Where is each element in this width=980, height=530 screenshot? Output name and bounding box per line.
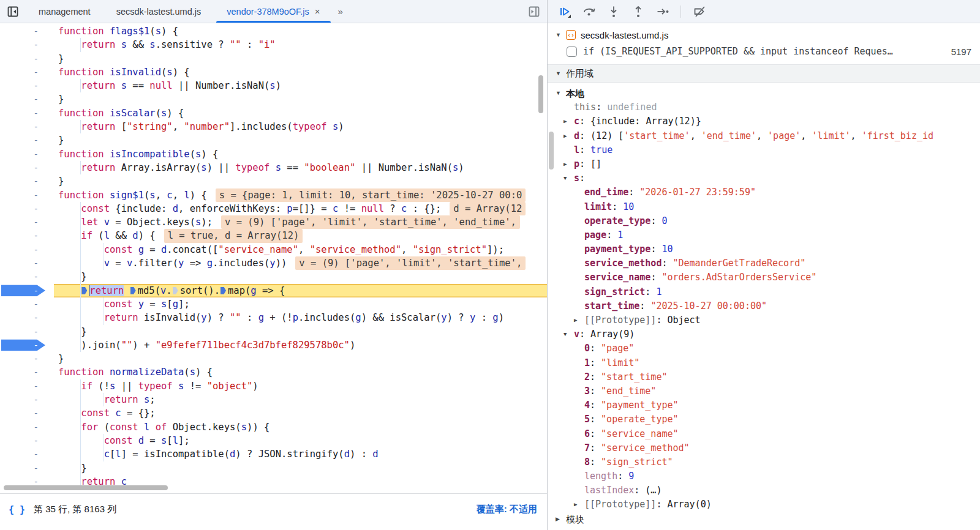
code-line-row: -function normalizeData(s) { [0,365,547,379]
line-gutter[interactable]: - [0,338,54,352]
line-gutter[interactable]: - [0,325,54,338]
code-token: g [251,285,256,296]
code-token: let [81,217,98,228]
line-gutter[interactable]: - [0,365,54,379]
chevron-right-icon[interactable]: ▶ [574,498,584,512]
line-gutter[interactable]: - [0,147,54,161]
line-gutter[interactable]: - [0,202,54,215]
line-gutter[interactable]: - [0,120,54,133]
line-gutter[interactable]: - [0,24,54,38]
scope-variable-row[interactable]: ▶[[Prototype]]: Array(0) [548,498,980,512]
line-gutter[interactable]: - [0,406,54,420]
line-gutter[interactable]: - [0,65,54,79]
line-gutter[interactable]: - [0,297,54,311]
scope-variable-row[interactable]: ▶d: (12) ['start_time', 'end_time', 'pag… [548,129,980,143]
line-gutter[interactable]: - [0,52,54,65]
code-token [110,408,115,419]
colon: : [579,143,590,157]
step-location-marker-icon[interactable] [81,287,87,294]
step-location-marker-icon[interactable] [221,287,226,294]
pretty-print-button[interactable]: { } [9,504,25,515]
line-gutter[interactable]: - [0,79,54,92]
editor-horizontal-scrollbar[interactable] [4,485,168,490]
colon: : [590,356,601,370]
line-gutter[interactable]: - [0,270,54,283]
code-line-content: } [54,270,547,283]
colon: : [590,398,601,412]
chevron-down-icon[interactable]: ▼ [556,86,566,100]
code-token: s [167,67,172,78]
sidebar-scrollbar[interactable] [549,132,554,170]
property-value: "end_time" [601,384,656,398]
line-gutter[interactable]: - [0,38,54,51]
chevron-right-icon[interactable]: ▶ [556,512,566,526]
show-debugger-sidebar-button[interactable] [521,0,547,23]
scope-section-row[interactable]: ▼本地 [548,86,980,100]
line-gutter[interactable]: - [0,161,54,174]
chevron-down-icon[interactable]: ▼ [564,327,574,342]
breakpoint-checkbox[interactable] [567,47,577,57]
line-gutter[interactable]: - [0,243,54,256]
gutter-dash: - [34,477,39,487]
line-gutter[interactable]: - [0,215,54,229]
line-gutter[interactable]: - [0,379,54,393]
resume-script-button[interactable] [556,3,573,20]
tab-vendor-active[interactable]: vendor-378M9oOF.js × [214,0,333,23]
tab-management[interactable]: management [26,0,104,23]
scope-variable-row: 8: "sign_strict" [548,455,980,469]
tabs-overflow-button[interactable]: » [333,0,347,23]
chevron-right-icon[interactable]: ▶ [564,114,574,129]
line-gutter[interactable]: - [0,352,54,365]
property-value: 'limit' [812,129,850,143]
step-location-marker-icon[interactable] [130,287,136,294]
coverage-status-link[interactable]: 覆盖率: 不适用 [477,504,537,515]
line-gutter[interactable]: - [0,434,54,447]
chevron-right-icon[interactable]: ▶ [564,129,574,143]
chevron-right-icon[interactable]: ▶ [564,157,574,171]
line-gutter[interactable]: - [0,284,54,297]
scope-variable-row[interactable]: ▼v: Array(9) [548,327,980,342]
scope-section-row[interactable]: ▶模块 [548,512,980,526]
line-gutter[interactable]: - [0,311,54,324]
tree-indent-spacer [574,242,584,256]
chevron-right-icon[interactable]: ▶ [574,313,584,327]
tab-secsdk-lastest[interactable]: secsdk-lastest.umd.js [104,0,214,23]
code-token: ( [149,26,155,37]
step-into-button[interactable] [605,3,622,20]
tree-indent-spacer [574,299,584,313]
line-gutter[interactable]: - [0,461,54,475]
step-button[interactable] [654,3,671,20]
step-over-button[interactable] [581,3,597,20]
step-location-marker-icon[interactable] [173,287,178,294]
code-token: const [110,422,138,433]
tree-indent-spacer [574,370,584,384]
chevron-down-icon[interactable]: ▼ [564,171,574,185]
code-token: isInvalid( [138,312,202,323]
scope-section-header[interactable]: ▼ 作用域 [548,64,980,83]
scope-variable-row[interactable]: ▶[[Prototype]]: Object [548,313,980,327]
line-gutter[interactable]: - [0,133,54,147]
breakpoint-file-group-header[interactable]: ▼ ‹› secsdk-lastest.umd.js [548,28,980,42]
line-gutter[interactable]: - [0,106,54,120]
scope-variable-row[interactable]: ▶p: [] [548,157,980,171]
line-gutter[interactable]: - [0,393,54,406]
breakpoint-entry[interactable]: if (IS_REQUEST_API_SUPPORTED && input in… [548,42,980,61]
scope-variable-row[interactable]: ▶c: {include: Array(12)} [548,114,980,129]
step-out-button[interactable] [630,3,646,20]
editor-vertical-scrollbar[interactable] [538,75,543,113]
line-gutter[interactable]: - [0,229,54,242]
line-gutter[interactable]: - [0,92,54,106]
line-gutter[interactable]: - [0,420,54,434]
tab-close-icon[interactable]: × [315,6,320,17]
hide-navigator-button[interactable] [0,0,26,23]
property-value: 10 [662,242,673,256]
line-gutter[interactable]: - [0,447,54,461]
code-token: c [333,203,338,214]
line-gutter[interactable]: - [0,188,54,202]
line-gutter[interactable]: - [0,256,54,270]
line-gutter[interactable]: - [0,174,54,188]
scope-variable-row[interactable]: ▼s: [548,171,980,185]
code-token: y [138,299,144,310]
deactivate-breakpoints-button[interactable] [691,3,707,20]
code-token: return [104,312,138,323]
